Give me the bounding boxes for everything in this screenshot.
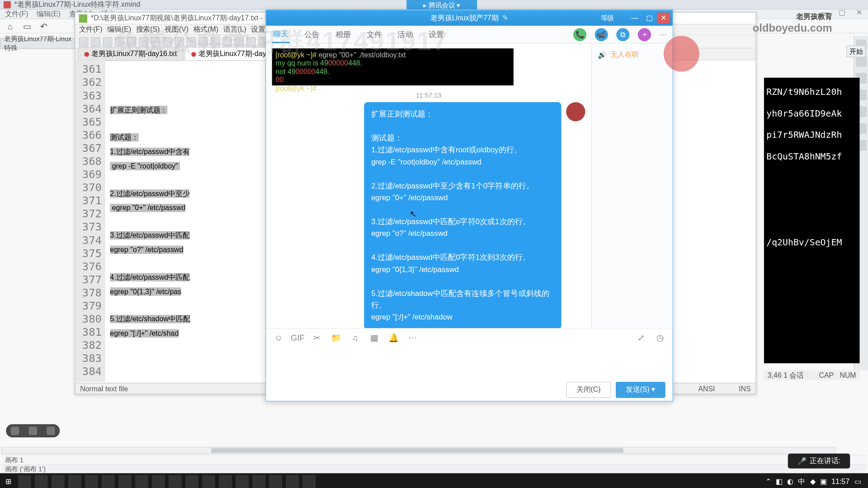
edit-icon[interactable]: ✎ (502, 14, 508, 22)
ime-icon[interactable]: 中 (798, 477, 805, 487)
tray-icon[interactable]: ▣ (820, 478, 827, 486)
chat-messages[interactable]: [root@yk ~]# egrep "00+" ./test/oldboy.t… (266, 44, 591, 328)
notifications-icon[interactable]: ▭ (854, 478, 861, 486)
line-gutter: 361 362 363 364 365 366 367 368 369 370 … (75, 61, 105, 382)
logo-sub: oldboyedu.com (753, 22, 832, 35)
pill-icon[interactable] (28, 427, 37, 435)
menu-edit[interactable]: 编辑(E) (37, 9, 61, 19)
chat-input[interactable] (266, 346, 672, 378)
xmind-status-bar: 画布 (‘画布 1’) (1, 464, 867, 473)
start-button[interactable]: ⊞ (2, 476, 14, 488)
gif-icon[interactable]: GIF (292, 332, 303, 343)
music-icon[interactable]: ♫ (350, 332, 361, 343)
taskbar-app[interactable] (202, 475, 215, 488)
chat-window: 老男孩Linux脱产77期 ✎ 等级 — ▢ ✕ 聊天 公告 相册 文件 活动 … (265, 9, 673, 401)
term-out: not 49 (276, 67, 296, 76)
pill-icon[interactable] (47, 427, 55, 435)
bell-icon[interactable]: 🔔 (388, 332, 399, 343)
npp-menu-file[interactable]: 文件(F) (79, 24, 103, 34)
watermark-logo: 老男孩教育 oldboyedu.com (753, 12, 832, 34)
tray-icon[interactable]: ◆ (810, 478, 816, 486)
menu-file[interactable]: 文件(F) (5, 9, 28, 19)
play-overlay-icon (664, 36, 699, 71)
tb-save-icon[interactable] (103, 37, 112, 46)
close-icon[interactable]: ✕ (856, 9, 862, 17)
video-icon[interactable]: 📹 (595, 28, 608, 41)
taskbar-app[interactable] (52, 475, 65, 488)
history-icon[interactable]: ◷ (655, 332, 665, 343)
clock[interactable]: 11:57 (831, 478, 849, 486)
message-row: 扩展正则测试题：测试题：1.过滤/etc/passwd中含有root或oldbo… (272, 102, 585, 328)
taskbar-app[interactable] (252, 475, 265, 488)
call-icon[interactable]: 📞 (573, 28, 586, 41)
send-button[interactable]: 发送(S) ▾ (616, 381, 665, 398)
start-button[interactable]: 开始 (846, 45, 865, 57)
maximize-icon[interactable]: ▢ (839, 9, 845, 17)
share-icon[interactable]: ⧉ (616, 28, 629, 41)
more-tools-icon[interactable]: ⋯ (407, 332, 418, 343)
expand-icon[interactable]: ⤢ (636, 332, 646, 343)
tray-icon[interactable]: ◧ (776, 478, 783, 486)
tb-new-icon[interactable] (79, 37, 89, 46)
home-icon[interactable]: ⌂ (5, 21, 16, 32)
taskbar-app[interactable] (169, 475, 182, 488)
taskbar-app[interactable] (152, 475, 165, 488)
msg-timestamp: 11:57:13 (272, 91, 585, 99)
close-button[interactable]: 关闭(C) (566, 381, 611, 398)
system-tray[interactable]: ⌃ ◧ ◐ 中 ◆ ▣ 11:57 ▭ (765, 477, 866, 487)
speaker-icon: 🔊 (598, 51, 607, 59)
taskbar-app[interactable] (135, 475, 148, 488)
tb-open-icon[interactable] (91, 37, 100, 46)
sidebar-header: 🔊 无人在听 (595, 47, 669, 62)
taskbar-app[interactable] (118, 475, 132, 488)
search-icon[interactable] (18, 475, 31, 488)
taskbar-app[interactable] (185, 475, 198, 488)
taskbar-app[interactable] (302, 475, 316, 488)
tray-icon[interactable]: ◐ (787, 478, 793, 486)
send-label: 发送(S) (626, 385, 650, 394)
image-icon[interactable]: ▦ (369, 332, 380, 343)
pill-icon[interactable] (11, 427, 19, 435)
term-out: my qq num is 49 (276, 59, 328, 68)
add-icon[interactable]: ＋ (638, 28, 651, 41)
xmind-canvas-bar: 画布 1 (1, 455, 867, 464)
sidebar-text: 无人在听 (610, 50, 639, 60)
sender-avatar[interactable] (566, 102, 585, 121)
taskbar-app[interactable] (68, 475, 81, 488)
taskbar-app[interactable] (85, 475, 98, 488)
doc-icon[interactable]: ▭ (22, 21, 33, 32)
speaking-label: 正在讲话: (810, 456, 840, 466)
xmind-titlebar: *老男孩Linux77期-Linux特殊字符.xmind ▸ 腾讯会议 ▾ (0, 0, 868, 9)
xmind-hscrollbar[interactable] (1, 447, 836, 454)
right-terminal[interactable]: RZN/t9N6hzL20hyh0r5a66ID9eAkpi7r5RWAJNdz… (764, 78, 860, 363)
scroll-thumb[interactable] (211, 448, 623, 453)
floating-toolbar[interactable] (6, 424, 60, 437)
taskbar-app[interactable] (286, 475, 299, 488)
rt-cap: CAP (819, 371, 834, 380)
taskview-icon[interactable] (35, 475, 48, 488)
cursor-icon: ↖ (410, 209, 417, 219)
tray-chevron-icon[interactable]: ⌃ (765, 478, 771, 486)
windows-taskbar[interactable]: ⊞ ⌃ ◧ ◐ 中 ◆ ▣ 11:57 ▭ (0, 473, 868, 488)
taskbar-app[interactable] (269, 475, 282, 488)
scissors-icon[interactable]: ✂ (311, 332, 322, 343)
emoji-icon[interactable]: ☺ (273, 332, 284, 343)
message-bubble[interactable]: 扩展正则测试题：测试题：1.过滤/etc/passwd中含有root或oldbo… (364, 102, 561, 328)
term-out: 448. (316, 67, 330, 76)
send-dropdown-icon[interactable]: ▾ (651, 385, 655, 394)
more-icon[interactable]: ⋯ (660, 30, 667, 39)
taskbar-app[interactable] (102, 475, 115, 488)
chat-maximize-icon[interactable]: ▢ (642, 13, 656, 23)
folder-icon[interactable]: 📁 (330, 332, 341, 343)
speaking-indicator: 🎤 正在讲话: (788, 454, 850, 469)
chat-close-icon[interactable]: ✕ (657, 13, 670, 23)
xmind-file-tab[interactable]: 老男孩Linux77期-Linux特殊 (0, 38, 78, 49)
undo-icon[interactable]: ↶ (38, 21, 49, 32)
taskbar-app[interactable] (236, 475, 249, 488)
tool-icon[interactable] (856, 56, 867, 67)
chat-minimize-icon[interactable]: — (628, 13, 642, 23)
rt-num: NUM (840, 371, 856, 380)
xmind-title: *老男孩Linux77期-Linux特殊字符.xmind (14, 0, 141, 9)
taskbar-app[interactable] (219, 475, 232, 488)
chat-titlebar[interactable]: 老男孩Linux脱产77期 ✎ 等级 — ▢ ✕ (266, 10, 672, 25)
